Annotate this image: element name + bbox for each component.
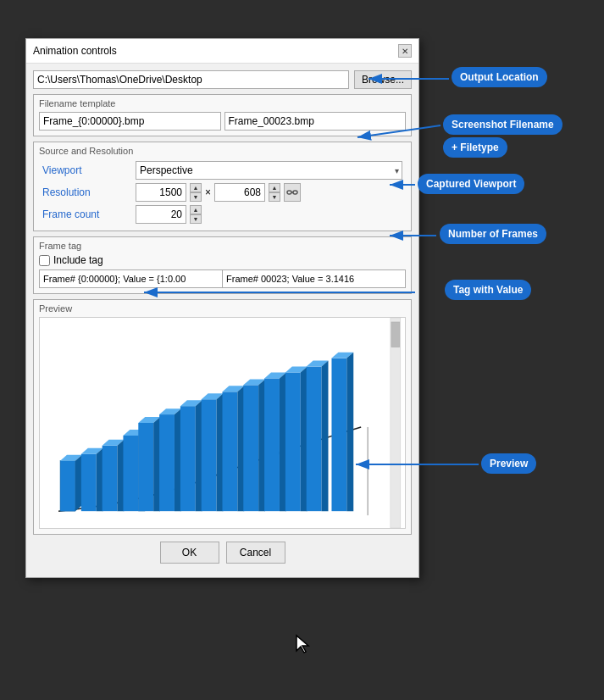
source-resolution-table: Viewport Perspective ▾ Resolution — [39, 159, 406, 225]
svg-marker-37 — [280, 372, 286, 511]
title-bar: Animation controls ✕ — [26, 39, 418, 64]
viewport-row: Viewport Perspective ▾ — [39, 159, 406, 181]
svg-rect-49 — [391, 322, 400, 347]
resolution-row: Resolution ▲ ▼ × ▲ ▼ — [39, 181, 406, 203]
include-tag-label: Include tag — [53, 254, 103, 266]
animation-controls-dialog: Animation controls ✕ Browse... Filename … — [25, 38, 419, 578]
ok-button[interactable]: OK — [160, 542, 219, 564]
svg-marker-40 — [301, 367, 308, 512]
cancel-button[interactable]: Cancel — [226, 542, 285, 564]
preview-svg — [40, 318, 405, 528]
svg-rect-4 — [60, 461, 75, 512]
annotation-screenshot-filename: Screenshot Filename — [443, 114, 562, 135]
svg-rect-1 — [293, 191, 297, 194]
svg-rect-44 — [331, 358, 346, 512]
viewport-select[interactable]: Perspective — [136, 161, 402, 180]
template-preview: Frame_00023.bmp — [224, 112, 407, 131]
tag-template-text: Frame# {0:00000}; Value = {1:0.00 — [39, 269, 223, 288]
width-spin-up[interactable]: ▲ — [190, 183, 202, 192]
tag-value-row: Frame# {0:00000}; Value = {1:0.00 Frame#… — [39, 269, 406, 288]
svg-rect-8 — [81, 454, 97, 511]
svg-marker-22 — [175, 408, 181, 511]
output-path-input[interactable] — [33, 70, 349, 89]
close-icon: ✕ — [402, 47, 408, 56]
tag-preview-text: Frame# 00023; Value = 3.1416 — [223, 269, 406, 288]
preview-inner — [40, 318, 405, 528]
svg-marker-46 — [346, 353, 353, 511]
frame-count-spin-down[interactable]: ▼ — [190, 214, 202, 224]
viewport-label: Viewport — [39, 159, 132, 181]
annotation-number-of-frames: Number of Frames — [440, 224, 546, 244]
preview-label: Preview — [39, 303, 406, 314]
source-resolution-label: Source and Resolution — [39, 146, 406, 156]
link-icon — [285, 186, 299, 199]
mouse-cursor — [295, 634, 312, 654]
template-row: Frame_00023.bmp — [39, 112, 406, 131]
output-location-row: Browse... — [33, 70, 412, 89]
svg-marker-19 — [153, 417, 160, 511]
annotation-preview: Preview — [481, 453, 536, 474]
svg-rect-26 — [202, 399, 217, 511]
frame-count-row: Frame count ▲ ▼ — [39, 203, 406, 225]
close-button[interactable]: ✕ — [398, 44, 412, 58]
include-tag-row: Include tag — [39, 254, 406, 266]
annotation-tag-with-value: Tag with Value — [445, 280, 531, 300]
svg-rect-48 — [391, 318, 401, 528]
include-tag-checkbox[interactable] — [39, 255, 50, 266]
browse-button[interactable]: Browse... — [354, 70, 412, 89]
frame-tag-label: Frame tag — [39, 241, 406, 251]
annotation-filetype: + Filetype — [443, 137, 507, 158]
height-input[interactable] — [214, 183, 265, 202]
svg-marker-57 — [296, 636, 308, 653]
svg-rect-20 — [159, 414, 175, 511]
resolution-label: Resolution — [39, 181, 132, 203]
svg-marker-43 — [322, 361, 329, 512]
template-input[interactable] — [39, 112, 221, 131]
svg-rect-14 — [123, 436, 138, 511]
annotation-captured-viewport: Captured Viewport — [418, 174, 524, 194]
svg-marker-34 — [258, 379, 265, 511]
svg-rect-41 — [307, 367, 322, 512]
svg-rect-35 — [264, 378, 280, 511]
x-separator: × — [205, 186, 211, 198]
svg-marker-13 — [118, 440, 125, 511]
svg-marker-7 — [75, 455, 82, 511]
frame-count-input[interactable] — [136, 205, 186, 224]
svg-marker-25 — [196, 400, 202, 511]
svg-marker-31 — [237, 386, 244, 511]
frame-count-spinner: ▲ ▼ — [190, 205, 202, 224]
frame-tag-group: Frame tag Include tag Frame# {0:00000}; … — [33, 236, 412, 294]
filename-template-label: Filename template — [39, 98, 406, 108]
svg-rect-32 — [243, 385, 258, 511]
aspect-ratio-link-button[interactable] — [284, 183, 301, 202]
preview-canvas — [39, 317, 406, 529]
svg-rect-11 — [103, 446, 118, 511]
frame-count-spin-up[interactable]: ▲ — [190, 205, 202, 214]
preview-group: Preview — [33, 299, 412, 535]
width-spinner: ▲ ▼ — [190, 183, 202, 202]
svg-rect-23 — [180, 406, 196, 511]
annotation-output-location: Output Location — [452, 67, 547, 87]
frame-count-input-row: ▲ ▼ — [136, 205, 402, 224]
filename-template-group: Filename template Frame_00023.bmp — [33, 94, 412, 136]
svg-marker-28 — [217, 393, 224, 511]
svg-rect-29 — [223, 392, 238, 511]
width-input[interactable] — [136, 183, 186, 202]
width-spin-down[interactable]: ▼ — [190, 192, 202, 202]
svg-rect-0 — [287, 191, 291, 194]
height-spin-down[interactable]: ▼ — [269, 192, 280, 202]
frame-count-label: Frame count — [39, 203, 132, 225]
resolution-inputs: ▲ ▼ × ▲ ▼ — [136, 183, 402, 202]
svg-rect-17 — [138, 423, 153, 511]
dialog-title: Animation controls — [33, 45, 117, 57]
svg-marker-10 — [97, 448, 103, 511]
cursor-icon — [295, 634, 312, 654]
source-resolution-group: Source and Resolution Viewport Perspecti… — [33, 142, 412, 231]
viewport-select-wrapper: Perspective ▾ — [136, 161, 402, 180]
dialog-body: Browse... Filename template Frame_00023.… — [26, 64, 418, 577]
height-spinner: ▲ ▼ — [269, 183, 280, 202]
height-spin-up[interactable]: ▲ — [269, 183, 280, 192]
button-row: OK Cancel — [33, 542, 412, 570]
svg-rect-38 — [285, 372, 301, 511]
